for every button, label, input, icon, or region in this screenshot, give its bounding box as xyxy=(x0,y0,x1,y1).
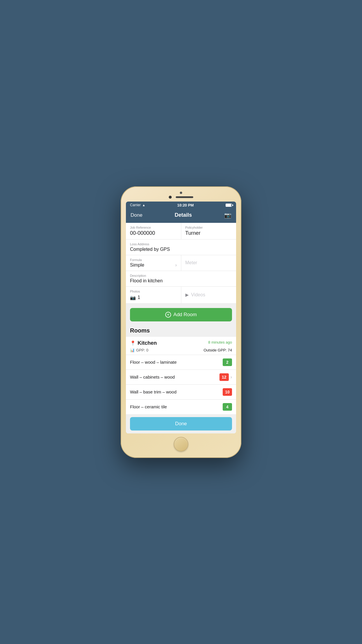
item-right-floor-wood: 2 xyxy=(223,358,232,366)
video-camera-icon: ▶ xyxy=(185,292,189,298)
description-value: Flood in kitchen xyxy=(130,278,232,284)
item-name-floor-wood: Floor – wood – laminate xyxy=(130,360,223,365)
description-label: Description xyxy=(130,274,232,277)
item-chevron-wall-cabinets: › xyxy=(231,374,232,380)
item-name-floor-ceramic: Floor – ceramic tile xyxy=(130,404,223,409)
room-name: Kitchen xyxy=(138,340,157,346)
description-cell: Description Flood in kitchen xyxy=(126,271,236,286)
job-ref-row: Job Reference 00-000000 Policyholder Tur… xyxy=(126,223,236,239)
wifi-icon: ▲ xyxy=(142,203,145,207)
loss-address-row: Loss Address Completed by GPS xyxy=(126,239,236,255)
room-item-floor-ceramic[interactable]: Floor – ceramic tile 4 xyxy=(126,399,236,414)
bottom-done-button[interactable]: Done xyxy=(130,417,232,430)
item-name-wall-cabinets: Wall – cabinets – wood xyxy=(130,374,219,379)
item-badge-floor-wood: 2 xyxy=(223,358,232,366)
rooms-header: Rooms xyxy=(126,326,236,336)
battery-fill xyxy=(226,204,231,206)
bars-icon: 📊 xyxy=(130,348,135,352)
carrier-label: Carrier xyxy=(130,203,141,207)
item-right-floor-ceramic: 4 xyxy=(223,403,232,411)
kitchen-room-card: 📍 Kitchen 8 minutes ago 📊 GPP: 0 Outside… xyxy=(126,337,236,414)
formula-cell[interactable]: Formula Simple › xyxy=(126,255,181,271)
formula-label: Formula xyxy=(130,258,177,262)
room-name-row: 📍 Kitchen xyxy=(130,340,157,346)
policyholder-cell: Policyholder Turner xyxy=(181,223,236,239)
gpp-left: 📊 GPP: 0 xyxy=(130,348,148,352)
bottom-section: Done xyxy=(126,414,236,433)
formula-chevron-icon: › xyxy=(175,262,177,268)
formula-row: Formula Simple › Meter xyxy=(126,255,236,271)
item-name-wall-base-trim: Wall – base trim – wood xyxy=(130,389,223,394)
done-button[interactable]: Done xyxy=(131,212,143,218)
add-room-label: Add Room xyxy=(173,312,197,318)
room-time: 8 minutes ago xyxy=(208,340,232,344)
add-room-button[interactable]: + Add Room xyxy=(130,308,232,321)
loss-address-cell: Loss Address Completed by GPS xyxy=(126,239,236,255)
camera-button[interactable]: 📷 xyxy=(224,212,231,219)
policyholder-label: Policyholder xyxy=(185,226,232,229)
status-right xyxy=(226,204,232,207)
loss-address-label: Loss Address xyxy=(130,242,232,246)
add-room-section: + Add Room xyxy=(126,304,236,326)
photos-value-row: 📷 1 xyxy=(130,295,177,300)
item-right-wall-cabinets: 12 › xyxy=(219,373,232,381)
meter-placeholder: Meter xyxy=(185,260,197,265)
meter-cell[interactable]: Meter xyxy=(181,255,236,271)
description-row: Description Flood in kitchen xyxy=(126,271,236,287)
front-camera xyxy=(169,196,172,199)
item-badge-wall-cabinets: 12 xyxy=(219,373,229,381)
screen: Carrier ▲ 10:20 PM Done Details 📷 Job xyxy=(126,202,236,433)
battery-icon xyxy=(226,204,232,207)
room-header: 📍 Kitchen 8 minutes ago xyxy=(126,337,236,348)
policyholder-value: Turner xyxy=(185,230,232,236)
room-item-floor-wood[interactable]: Floor – wood – laminate 2 xyxy=(126,355,236,370)
job-reference-cell: Job Reference 00-000000 xyxy=(126,223,181,239)
room-items-list: Floor – wood – laminate 2 Wall – cabinet… xyxy=(126,355,236,414)
loss-address-value: Completed by GPS xyxy=(130,247,232,252)
rooms-title: Rooms xyxy=(130,327,232,334)
photos-camera-icon: 📷 xyxy=(130,295,136,300)
phone-frame: Carrier ▲ 10:20 PM Done Details 📷 Job xyxy=(121,186,241,458)
room-item-wall-cabinets[interactable]: Wall – cabinets – wood 12 › xyxy=(126,370,236,384)
job-info-section: Job Reference 00-000000 Policyholder Tur… xyxy=(126,223,236,304)
phone-bottom xyxy=(126,433,236,453)
status-bar: Carrier ▲ 10:20 PM xyxy=(126,202,236,209)
media-row: Photos 📷 1 ▶ Videos xyxy=(126,287,236,304)
formula-value: Simple xyxy=(130,262,144,268)
home-button[interactable] xyxy=(174,437,188,452)
plus-circle-icon: + xyxy=(165,312,171,318)
formula-value-row: Simple › xyxy=(130,262,177,268)
item-badge-floor-ceramic: 4 xyxy=(223,403,232,411)
room-item-wall-base-trim[interactable]: Wall – base trim – wood 10 xyxy=(126,384,236,399)
status-left: Carrier ▲ xyxy=(130,203,145,207)
photos-cell[interactable]: Photos 📷 1 xyxy=(126,287,181,303)
job-reference-value: 00-000000 xyxy=(130,230,177,236)
status-time: 10:20 PM xyxy=(177,203,194,207)
nav-title: Details xyxy=(175,212,192,218)
gpp-value: GPP: 0 xyxy=(136,348,148,352)
content-area: Job Reference 00-000000 Policyholder Tur… xyxy=(126,223,236,433)
job-reference-label: Job Reference xyxy=(130,226,177,229)
phone-top xyxy=(126,196,236,202)
item-right-wall-base-trim: 10 xyxy=(223,388,232,396)
room-gpp-row: 📊 GPP: 0 Outside GPP: 74 xyxy=(126,348,236,355)
photos-label: Photos xyxy=(130,290,177,293)
nav-bar: Done Details 📷 xyxy=(126,209,236,223)
outside-gpp: Outside GPP: 74 xyxy=(203,348,232,352)
sensor-dot xyxy=(180,192,182,194)
photos-count: 1 xyxy=(138,295,140,300)
videos-cell[interactable]: ▶ Videos xyxy=(181,287,236,303)
pin-icon: 📍 xyxy=(130,340,136,346)
videos-label: Videos xyxy=(191,292,205,298)
speaker xyxy=(176,196,193,198)
item-badge-wall-base-trim: 10 xyxy=(223,388,232,396)
